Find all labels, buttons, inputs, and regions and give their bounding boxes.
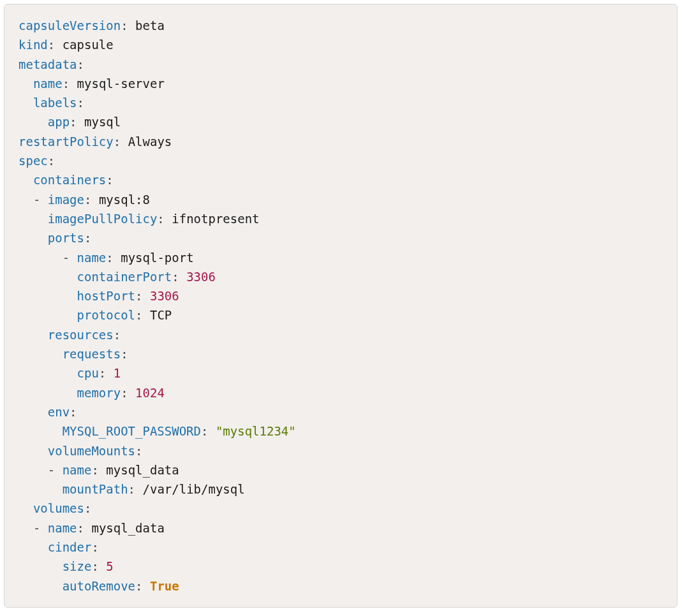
- yaml-key: hostPort: [77, 289, 136, 303]
- yaml-colon: :: [135, 579, 142, 593]
- yaml-colon: :: [77, 57, 84, 71]
- yaml-key: imagePullPolicy: [48, 212, 158, 226]
- yaml-key: autoRemove: [63, 579, 135, 593]
- yaml-key: cinder: [48, 540, 92, 554]
- yaml-key: containerPort: [77, 270, 172, 284]
- yaml-dash: -: [33, 521, 40, 535]
- yaml-value: Always: [128, 135, 172, 149]
- yaml-value: /var/lib/mysql: [143, 482, 245, 496]
- yaml-key: volumeMounts: [48, 444, 135, 458]
- yaml-colon: :: [91, 540, 98, 554]
- yaml-key: env: [48, 405, 70, 419]
- yaml-colon: :: [106, 173, 113, 187]
- yaml-key: name: [48, 521, 77, 535]
- yaml-key: kind: [19, 38, 48, 52]
- yaml-colon: :: [84, 501, 91, 515]
- yaml-colon: :: [135, 444, 142, 458]
- yaml-colon: :: [121, 347, 128, 361]
- yaml-key: app: [48, 115, 70, 129]
- yaml-colon: :: [70, 115, 77, 129]
- yaml-colon: :: [114, 135, 121, 149]
- yaml-colon: :: [70, 405, 77, 419]
- yaml-key: name: [33, 77, 63, 91]
- yaml-colon: :: [121, 18, 128, 33]
- yaml-colon: :: [77, 521, 84, 535]
- yaml-number: 3306: [186, 270, 216, 284]
- yaml-key: MYSQL_ROOT_PASSWORD: [63, 424, 201, 438]
- yaml-colon: :: [172, 270, 179, 284]
- yaml-string: "mysql1234": [216, 424, 296, 438]
- yaml-colon: :: [121, 386, 128, 400]
- yaml-colon: :: [135, 289, 142, 303]
- yaml-dash: -: [63, 251, 70, 265]
- yaml-key: name: [77, 251, 107, 265]
- yaml-key: protocol: [77, 308, 136, 322]
- yaml-colon: :: [157, 212, 164, 226]
- yaml-colon: :: [106, 251, 113, 265]
- yaml-colon: :: [114, 328, 121, 342]
- yaml-key: restartPolicy: [19, 135, 114, 149]
- yaml-key: spec: [19, 154, 48, 168]
- yaml-colon: :: [99, 366, 106, 380]
- yaml-colon: :: [63, 77, 70, 91]
- yaml-key: mountPath: [63, 482, 128, 496]
- yaml-colon: :: [91, 463, 98, 477]
- yaml-key: capsuleVersion: [19, 18, 121, 33]
- yaml-number: 1024: [135, 386, 165, 400]
- yaml-key: metadata: [19, 57, 77, 71]
- yaml-number: 5: [106, 559, 113, 573]
- yaml-key: cpu: [77, 366, 99, 380]
- yaml-value: mysql-port: [121, 251, 193, 265]
- yaml-colon: :: [128, 482, 135, 496]
- yaml-dash: -: [33, 193, 40, 207]
- yaml-number: 3306: [150, 289, 179, 303]
- yaml-key: requests: [63, 347, 121, 361]
- yaml-number: 1: [114, 366, 121, 380]
- yaml-dash: -: [48, 463, 55, 477]
- yaml-value: mysql_data: [106, 463, 179, 477]
- yaml-value: mysql_data: [91, 521, 164, 535]
- yaml-key: labels: [33, 96, 77, 110]
- yaml-key: size: [63, 559, 92, 573]
- yaml-colon: :: [48, 38, 55, 52]
- yaml-value: beta: [135, 18, 165, 33]
- yaml-colon: :: [77, 96, 84, 110]
- yaml-colon: :: [48, 154, 55, 168]
- yaml-colon: :: [84, 231, 91, 245]
- yaml-key: volumes: [33, 501, 84, 515]
- yaml-colon: :: [91, 559, 98, 573]
- yaml-code-block: capsuleVersion: beta kind: capsule metad…: [4, 4, 678, 608]
- yaml-value: capsule: [63, 38, 114, 52]
- yaml-key: name: [63, 463, 92, 477]
- yaml-key: resources: [48, 328, 114, 342]
- yaml-colon: :: [201, 424, 208, 438]
- yaml-value: mysql-server: [77, 77, 165, 91]
- yaml-key: containers: [33, 173, 106, 187]
- yaml-value: ifnotpresent: [172, 212, 259, 226]
- yaml-colon: :: [135, 308, 142, 322]
- yaml-value: mysql:8: [99, 193, 150, 207]
- yaml-colon: :: [84, 193, 91, 207]
- yaml-key: image: [48, 193, 84, 207]
- yaml-value: TCP: [150, 308, 172, 322]
- yaml-value: mysql: [84, 115, 121, 129]
- yaml-key: ports: [48, 231, 84, 245]
- yaml-key: memory: [77, 386, 121, 400]
- yaml-bool: True: [150, 579, 179, 593]
